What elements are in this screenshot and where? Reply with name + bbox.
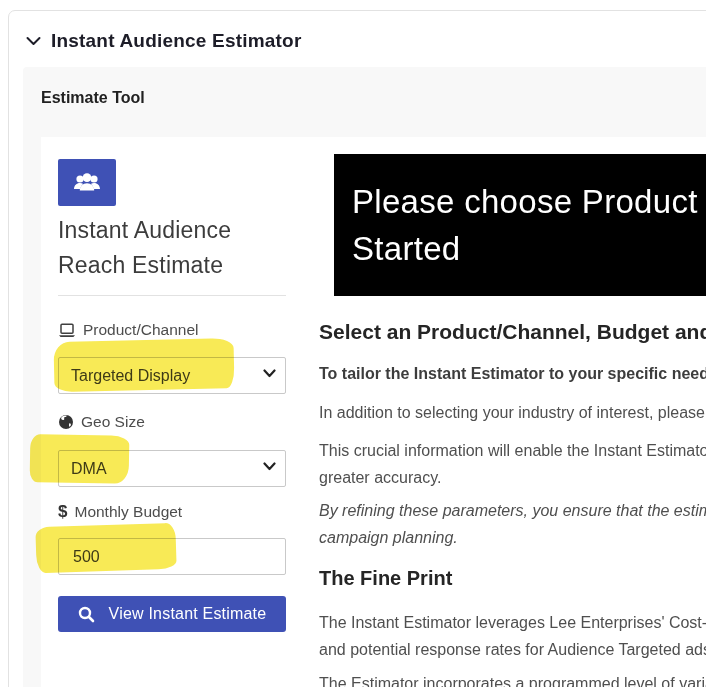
globe-icon <box>58 414 74 430</box>
dollar-icon: $ <box>58 502 67 522</box>
laptop-icon <box>58 323 76 338</box>
view-instant-estimate-button[interactable]: View Instant Estimate <box>58 596 286 632</box>
intro-paragraph-italic: By refining these parameters, you ensure… <box>319 497 706 551</box>
banner-line-2: Started <box>352 225 706 272</box>
choose-product-banner: Please choose Product to Get Started <box>334 154 706 296</box>
accordion-header[interactable]: Instant Audience Estimator <box>9 11 706 67</box>
geo-size-label: Geo Size <box>58 412 286 432</box>
estimator-title: Instant Audience Reach Estimate <box>58 213 286 283</box>
search-icon <box>78 606 95 623</box>
audience-tile <box>58 159 116 206</box>
intro-paragraph-2: In addition to selecting your industry o… <box>319 399 706 426</box>
intro-paragraph-bold: To tailor the Instant Estimator to your … <box>319 360 706 387</box>
estimator-form: Instant Audience Reach Estimate Product/… <box>58 159 286 687</box>
estimator-body: Instant Audience Reach Estimate Product/… <box>41 137 706 687</box>
monthly-budget-label: $ Monthly Budget <box>58 502 286 522</box>
audience-estimator-card: Instant Audience Estimator Estimate Tool <box>8 10 706 687</box>
product-channel-label-text: Product/Channel <box>83 320 198 340</box>
geo-size-label-text: Geo Size <box>81 412 145 432</box>
estimate-tool-panel: Estimate Tool <box>23 67 706 687</box>
product-channel-select-wrap: Targeted Display <box>58 357 286 394</box>
monthly-budget-input[interactable] <box>58 538 286 575</box>
geo-size-select-wrap: DMA <box>58 450 286 487</box>
monthly-budget-label-text: Monthly Budget <box>74 502 182 522</box>
product-channel-select[interactable]: Targeted Display <box>58 357 286 394</box>
product-channel-label: Product/Channel <box>58 320 286 340</box>
geo-size-select[interactable]: DMA <box>58 450 286 487</box>
view-instant-estimate-label: View Instant Estimate <box>109 605 267 623</box>
intro-paragraph-3: This crucial information will enable the… <box>319 437 706 491</box>
fine-print-heading: The Fine Print <box>319 566 706 590</box>
accordion-title: Instant Audience Estimator <box>51 29 301 53</box>
fine-print-paragraph-2: The Estimator incorporates a programmed … <box>319 670 706 687</box>
chevron-down-icon <box>26 36 41 46</box>
fine-print-paragraph-1: The Instant Estimator leverages Lee Ente… <box>319 609 706 663</box>
intro-heading: Select an Product/Channel, Budget and Ge… <box>319 319 706 344</box>
panel-title: Estimate Tool <box>41 88 706 107</box>
estimator-content: Please choose Product to Get Started Sel… <box>302 159 706 687</box>
users-icon <box>71 171 103 195</box>
banner-line-1: Please choose Product to Get <box>352 178 706 225</box>
sidebar-divider <box>58 295 286 296</box>
